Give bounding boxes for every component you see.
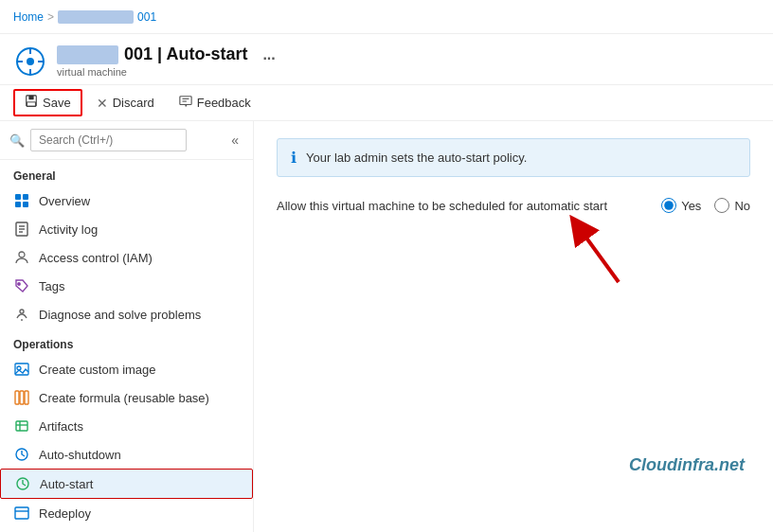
radio-no-option[interactable]: No xyxy=(714,198,750,213)
svg-line-38 xyxy=(581,230,619,282)
svg-rect-7 xyxy=(28,96,33,99)
main-layout: 🔍 « General Overview Activity log xyxy=(0,121,773,532)
auto-shutdown-icon xyxy=(13,446,30,463)
autostart-row: Allow this virtual machine to be schedul… xyxy=(277,198,750,213)
save-icon xyxy=(25,95,38,111)
svg-point-23 xyxy=(20,310,24,313)
arrow-annotation xyxy=(566,211,642,290)
auto-start-icon xyxy=(14,475,31,492)
svg-point-1 xyxy=(27,58,34,65)
sidebar-item-label: Create custom image xyxy=(39,363,156,377)
sidebar-item-tags[interactable]: Tags xyxy=(0,272,253,300)
svg-rect-30 xyxy=(16,421,27,431)
artifacts-icon xyxy=(13,417,30,434)
sidebar-search-bar: 🔍 « xyxy=(0,121,253,160)
svg-marker-21 xyxy=(16,280,27,292)
feedback-icon xyxy=(179,95,192,111)
radio-no-input[interactable] xyxy=(714,198,729,213)
sidebar-item-label: Create formula (reusable base) xyxy=(39,391,209,405)
svg-point-22 xyxy=(18,283,20,285)
sidebar-item-activity-log[interactable]: Activity log xyxy=(0,215,253,243)
feedback-button[interactable]: Feedback xyxy=(169,90,261,115)
create-image-icon xyxy=(13,361,30,378)
breadcrumb: Home > 001 xyxy=(13,10,156,24)
search-input[interactable] xyxy=(30,129,187,151)
sidebar-collapse-button[interactable]: « xyxy=(226,131,243,150)
breadcrumb-sep: > xyxy=(47,10,54,24)
radio-yes-option[interactable]: Yes xyxy=(661,198,701,213)
discard-label: Discard xyxy=(113,96,154,110)
svg-rect-12 xyxy=(15,194,21,200)
breadcrumb-resource-blurred xyxy=(58,10,134,24)
svg-rect-9 xyxy=(180,97,191,105)
radio-yes-label: Yes xyxy=(681,199,701,213)
more-icon[interactable]: ... xyxy=(262,46,275,63)
radio-group: Yes No xyxy=(661,198,750,213)
activity-log-icon xyxy=(13,221,30,238)
sidebar-item-diagnose[interactable]: Diagnose and solve problems xyxy=(0,300,253,328)
sidebar-operations-label: Operations xyxy=(0,328,253,355)
resource-icon xyxy=(13,44,47,79)
iam-icon xyxy=(13,249,30,266)
tags-icon xyxy=(13,277,30,294)
sidebar-general-label: General xyxy=(0,160,253,186)
save-label: Save xyxy=(43,96,71,110)
discard-icon: ✕ xyxy=(97,96,108,111)
breadcrumb-home[interactable]: Home xyxy=(13,10,44,24)
sidebar-item-label: Auto-start xyxy=(40,477,93,491)
resource-header: 001 | Auto-start ... virtual machine xyxy=(0,34,773,85)
discard-button[interactable]: ✕ Discard xyxy=(86,91,165,115)
formula-icon xyxy=(13,389,30,406)
sidebar-item-auto-start[interactable]: Auto-start xyxy=(0,469,253,499)
svg-rect-15 xyxy=(23,202,28,207)
toolbar: Save ✕ Discard Feedback xyxy=(0,85,773,121)
sidebar-item-label: Activity log xyxy=(39,222,98,237)
radio-yes-input[interactable] xyxy=(661,198,676,213)
sidebar-item-artifacts[interactable]: Artifacts xyxy=(0,412,253,440)
resource-name-suffix: 001 | Auto-start xyxy=(124,44,247,64)
radio-no-label: No xyxy=(734,199,750,213)
sidebar-item-auto-shutdown[interactable]: Auto-shutdown xyxy=(0,440,253,469)
sidebar-item-label: Diagnose and solve problems xyxy=(39,308,201,322)
info-banner: ℹ Your lab admin sets the auto-start pol… xyxy=(277,138,750,177)
sidebar-section-operations: Operations Create custom image Create fo… xyxy=(0,328,253,527)
sidebar-item-label: Tags xyxy=(39,279,64,293)
sidebar-item-label: Access control (IAM) xyxy=(39,251,153,265)
svg-rect-35 xyxy=(15,507,28,519)
info-banner-text: Your lab admin sets the auto-start polic… xyxy=(306,151,527,165)
svg-rect-27 xyxy=(15,391,19,404)
search-icon: 🔍 xyxy=(9,133,25,148)
resource-title: 001 | Auto-start ... xyxy=(57,44,276,64)
svg-point-20 xyxy=(19,252,25,257)
sidebar-item-label: Artifacts xyxy=(39,419,83,434)
sidebar-item-overview[interactable]: Overview xyxy=(0,186,253,215)
svg-rect-13 xyxy=(23,194,28,200)
sidebar: 🔍 « General Overview Activity log xyxy=(0,121,254,532)
info-icon: ℹ xyxy=(291,149,297,167)
svg-rect-14 xyxy=(15,202,21,207)
resource-title-block: 001 | Auto-start ... virtual machine xyxy=(57,44,276,78)
sidebar-item-label: Redeploy xyxy=(39,506,91,521)
sidebar-item-iam[interactable]: Access control (IAM) xyxy=(0,243,253,272)
svg-rect-28 xyxy=(20,391,24,404)
save-button[interactable]: Save xyxy=(13,89,82,116)
sidebar-section-general: General Overview Activity log xyxy=(0,160,253,328)
resource-name-blurred xyxy=(57,45,118,64)
overview-icon xyxy=(13,192,30,209)
resource-subtitle: virtual machine xyxy=(57,66,276,78)
redeploy-icon xyxy=(13,505,30,522)
breadcrumb-resource-num[interactable]: 001 xyxy=(137,10,156,24)
sidebar-item-formula[interactable]: Create formula (reusable base) xyxy=(0,383,253,412)
sidebar-item-redeploy[interactable]: Redeploy xyxy=(0,499,253,527)
feedback-label: Feedback xyxy=(197,96,251,110)
sidebar-item-create-image[interactable]: Create custom image xyxy=(0,355,253,383)
svg-rect-29 xyxy=(25,391,28,404)
sidebar-item-label: Overview xyxy=(39,194,90,208)
top-bar: Home > 001 xyxy=(0,0,773,34)
diagnose-icon xyxy=(13,306,30,323)
sidebar-item-label: Auto-shutdown xyxy=(39,448,121,462)
content-area: ℹ Your lab admin sets the auto-start pol… xyxy=(254,121,773,532)
watermark: Cloudinfra.net xyxy=(629,455,745,475)
svg-rect-8 xyxy=(27,102,36,106)
